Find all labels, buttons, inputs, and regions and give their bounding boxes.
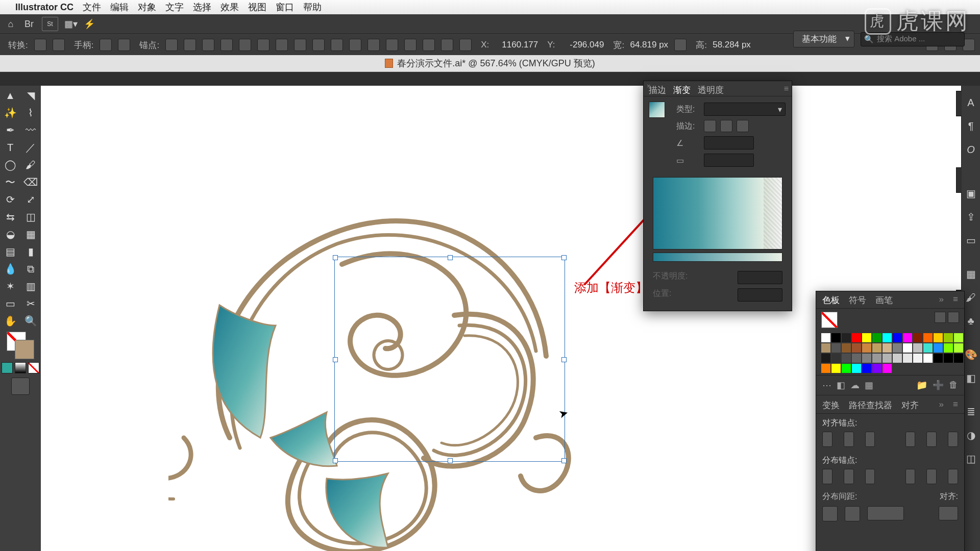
- swatch-teal[interactable]: [2, 362, 13, 373]
- anchor-join-icon[interactable]: [202, 39, 214, 51]
- hand-tool-icon[interactable]: ✋: [1, 313, 19, 329]
- dist-right-icon[interactable]: [948, 469, 958, 484]
- swatch-color[interactable]: [872, 354, 881, 363]
- swatches-align-panel[interactable]: 色板 符号 画笔 » ≡ ⋯ ◧ ☁ ▦ 📁 ➕ 🗑 变换 路径查找器 对齐 »…: [816, 291, 965, 551]
- tab-transparency[interactable]: 透明度: [698, 84, 724, 96]
- swatch-color[interactable]: [944, 333, 953, 342]
- dist-v2-icon[interactable]: [423, 39, 435, 51]
- align-r-icon[interactable]: [276, 39, 288, 51]
- perspective-tool-icon[interactable]: ▦: [21, 227, 40, 242]
- swatch-color[interactable]: [903, 333, 912, 342]
- type-tool-icon[interactable]: T: [1, 140, 19, 155]
- swatch-color[interactable]: [862, 343, 871, 353]
- menu-type[interactable]: 文字: [165, 1, 184, 13]
- tab-stroke[interactable]: 描边: [649, 84, 666, 96]
- dist-vcenter-icon[interactable]: [844, 469, 854, 484]
- align-to-dropdown[interactable]: [939, 506, 958, 520]
- brush-tool-icon[interactable]: 🖌: [21, 157, 40, 172]
- swatch-color[interactable]: [852, 354, 861, 363]
- line-tool-icon[interactable]: ／: [21, 140, 40, 155]
- stroke-within-icon[interactable]: [704, 120, 716, 132]
- panel-collapse-icon[interactable]: ×: [647, 82, 651, 90]
- opentype-panel-icon[interactable]: O: [964, 143, 977, 156]
- arrange-docs-icon[interactable]: ▦▾: [65, 18, 77, 30]
- dock-tab-2[interactable]: [956, 167, 962, 193]
- swatch-color[interactable]: [893, 333, 902, 342]
- swatch-color[interactable]: [872, 364, 881, 373]
- menu-file[interactable]: 文件: [83, 1, 101, 13]
- align-t-icon[interactable]: [294, 39, 306, 51]
- align-m-icon[interactable]: [312, 39, 325, 51]
- align-top-icon[interactable]: [905, 432, 916, 447]
- h-value[interactable]: 58.284 px: [710, 40, 751, 50]
- swatch-color[interactable]: [883, 333, 892, 342]
- swatch-color[interactable]: [821, 343, 830, 353]
- gradient-opacity-input[interactable]: [738, 271, 782, 284]
- direct-selection-tool-icon[interactable]: ◥: [21, 88, 40, 103]
- gradient-location-input[interactable]: [738, 288, 782, 302]
- symbols-dock-icon[interactable]: ♣: [964, 314, 977, 328]
- swatch-new-folder-icon[interactable]: 📁: [916, 380, 927, 391]
- swatch-color[interactable]: [872, 333, 881, 342]
- swatch-color[interactable]: [842, 333, 851, 342]
- align-expand-icon[interactable]: »: [939, 399, 944, 411]
- zoom-tool-icon[interactable]: 🔍: [21, 313, 40, 329]
- swatch-color[interactable]: [852, 343, 861, 353]
- swatch-color[interactable]: [923, 354, 933, 363]
- dist-hcenter-icon[interactable]: [926, 469, 937, 484]
- swatch-color[interactable]: [821, 333, 830, 342]
- swatch-gradient[interactable]: [15, 362, 26, 373]
- align-menu-icon[interactable]: ≡: [953, 399, 958, 411]
- stock-icon[interactable]: St: [42, 17, 58, 31]
- menu-window[interactable]: 窗口: [276, 1, 294, 13]
- width-tool-icon[interactable]: ⇆: [1, 209, 19, 224]
- swatch-color[interactable]: [903, 343, 912, 353]
- swatch-color[interactable]: [913, 343, 922, 353]
- swatch-color[interactable]: [862, 354, 871, 363]
- panel-menu-icon[interactable]: ≡: [784, 84, 789, 93]
- dist-space-v-icon[interactable]: [822, 506, 838, 521]
- stroke-color-icon[interactable]: [15, 340, 34, 359]
- curvature-tool-icon[interactable]: 〰: [21, 122, 40, 138]
- swatch-color[interactable]: [913, 333, 922, 342]
- swatch-color[interactable]: [862, 364, 871, 373]
- appearance-dock-icon[interactable]: ◑: [964, 429, 977, 442]
- tab-symbols[interactable]: 符号: [849, 294, 866, 306]
- swatches-dock-icon[interactable]: ▦: [964, 267, 977, 281]
- swatch-fill-indicator[interactable]: [821, 312, 838, 328]
- swatches-expand-icon[interactable]: »: [939, 294, 944, 306]
- bridge-icon[interactable]: Br: [23, 18, 35, 30]
- stroke-along-icon[interactable]: [720, 120, 732, 132]
- dist-space-value[interactable]: [867, 506, 904, 520]
- align-left-icon[interactable]: [822, 432, 832, 447]
- lasso-tool-icon[interactable]: ⌇: [21, 105, 40, 120]
- swatch-color[interactable]: [893, 354, 902, 363]
- tab-gradient[interactable]: 渐变: [673, 84, 691, 96]
- slice-tool-icon[interactable]: ✂: [21, 296, 40, 311]
- tab-pathfinder[interactable]: 路径查找器: [849, 399, 892, 411]
- workspace-dropdown[interactable]: 基本功能: [793, 31, 854, 47]
- menu-effect[interactable]: 效果: [220, 1, 239, 13]
- dock-tab-1[interactable]: [956, 91, 962, 116]
- align-right-icon[interactable]: [865, 432, 875, 447]
- swatch-color[interactable]: [842, 354, 851, 363]
- eraser-tool-icon[interactable]: ⌫: [21, 174, 40, 190]
- blend-tool-icon[interactable]: ⧉: [21, 261, 40, 277]
- dist-v1-icon[interactable]: [404, 39, 416, 51]
- color-guide-dock-icon[interactable]: ◧: [964, 371, 977, 385]
- gradient-tool-icon[interactable]: ▮: [21, 244, 40, 259]
- dist-left-icon[interactable]: [905, 469, 916, 484]
- scale-tool-icon[interactable]: ⤢: [21, 192, 40, 207]
- shaper-tool-icon[interactable]: 〜: [1, 174, 19, 190]
- graph-tool-icon[interactable]: ▥: [21, 279, 40, 294]
- swatch-color[interactable]: [923, 343, 933, 353]
- gradient-ramp[interactable]: [653, 253, 782, 262]
- x-value[interactable]: 1160.177: [492, 40, 538, 50]
- align-c-icon[interactable]: [257, 39, 270, 51]
- stroke-across-icon[interactable]: [737, 120, 749, 132]
- gradient-type-dropdown[interactable]: ▾: [704, 103, 786, 116]
- tab-brushes[interactable]: 画笔: [875, 294, 893, 306]
- expand-panel-icon[interactable]: ▣: [964, 187, 977, 200]
- color-dock-icon[interactable]: 🎨: [964, 348, 977, 361]
- swatch-delete-icon[interactable]: 🗑: [949, 380, 958, 391]
